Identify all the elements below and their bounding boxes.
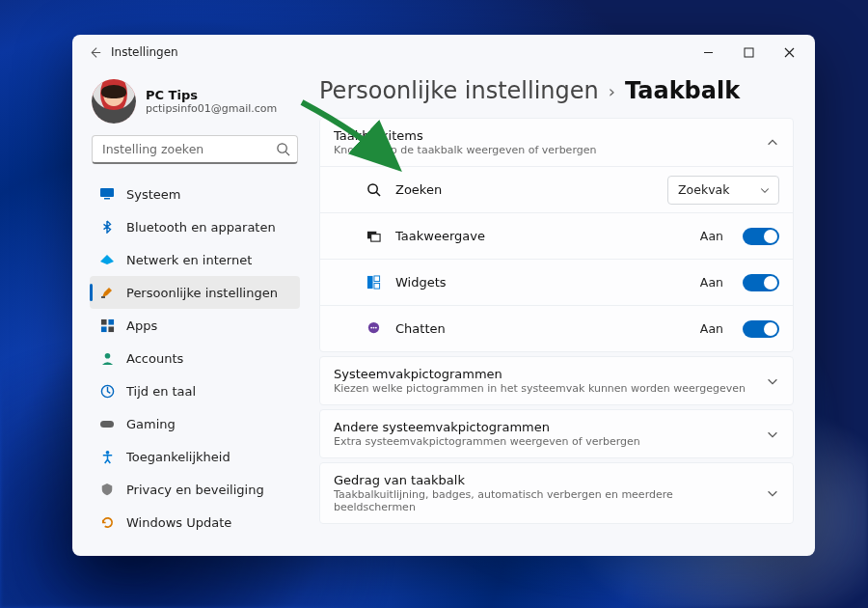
svg-rect-21 bbox=[373, 283, 379, 289]
row-taskview: Taakweergave Aan bbox=[320, 212, 793, 259]
row-label: Zoeken bbox=[395, 182, 654, 197]
svg-point-24 bbox=[372, 327, 374, 329]
section-systray-icons[interactable]: Systeemvakpictogrammen Kiezen welke pict… bbox=[319, 356, 794, 405]
row-widgets: Widgets Aan bbox=[320, 259, 793, 305]
sidebar-item-bluetooth[interactable]: Bluetooth en apparaten bbox=[90, 210, 300, 243]
chevron-down-icon bbox=[766, 374, 779, 388]
svg-point-14 bbox=[105, 450, 109, 454]
section-title: Gedrag van taakbalk bbox=[334, 473, 756, 487]
section-subtitle: Kiezen welke pictogrammen in het systeem… bbox=[334, 382, 746, 395]
row-label: Widgets bbox=[395, 275, 687, 290]
avatar bbox=[92, 79, 136, 124]
breadcrumb: Persoonlijke instellingen › Taakbalk bbox=[319, 77, 794, 104]
window-title: Instellingen bbox=[111, 45, 688, 59]
bluetooth-icon bbox=[99, 219, 115, 235]
account-header[interactable]: PC Tips pctipsinfo01@gmail.com bbox=[92, 79, 298, 124]
svg-rect-18 bbox=[370, 235, 379, 242]
person-icon bbox=[99, 350, 115, 366]
svg-rect-10 bbox=[108, 326, 114, 332]
maximize-icon bbox=[744, 47, 754, 58]
svg-rect-20 bbox=[373, 276, 379, 282]
svg-rect-9 bbox=[100, 326, 106, 332]
sidebar-item-label: Netwerk en internet bbox=[126, 253, 252, 267]
toggle-state: Aan bbox=[700, 275, 723, 290]
toggle-state: Aan bbox=[700, 229, 723, 243]
section-taskbar-items: Taakbalkitems Knoppen op de taakbalk wee… bbox=[319, 118, 794, 352]
toggle-state: Aan bbox=[700, 321, 723, 336]
section-title: Andere systeemvakpictogrammen bbox=[334, 420, 640, 434]
sidebar-item-accessibility[interactable]: Toegankelijkheid bbox=[90, 440, 300, 473]
search-icon bbox=[365, 181, 382, 199]
sidebar-item-system[interactable]: Systeem bbox=[90, 178, 300, 210]
sidebar-item-personalization[interactable]: Persoonlijke instellingen bbox=[90, 276, 300, 309]
update-icon bbox=[99, 514, 115, 530]
search-input[interactable] bbox=[92, 135, 298, 164]
sidebar-item-label: Systeem bbox=[126, 187, 180, 202]
svg-rect-13 bbox=[100, 421, 114, 428]
svg-point-11 bbox=[104, 352, 110, 358]
monitor-icon bbox=[99, 186, 115, 202]
section-title: Taakbalkitems bbox=[334, 128, 596, 143]
svg-line-16 bbox=[376, 192, 380, 196]
svg-rect-19 bbox=[366, 276, 372, 289]
svg-rect-6 bbox=[101, 296, 105, 298]
breadcrumb-parent[interactable]: Persoonlijke instellingen bbox=[319, 77, 599, 104]
row-search: Zoeken Zoekvak bbox=[320, 166, 793, 212]
sidebar-item-accounts[interactable]: Accounts bbox=[90, 342, 300, 374]
section-header[interactable]: Taakbalkitems Knoppen op de taakbalk wee… bbox=[320, 119, 793, 166]
section-subtitle: Taakbalkuitlijning, badges, automatisch … bbox=[334, 488, 756, 513]
sidebar-item-gaming[interactable]: Gaming bbox=[90, 407, 300, 440]
row-label: Chatten bbox=[395, 321, 687, 336]
back-button[interactable] bbox=[84, 41, 105, 63]
maximize-button[interactable] bbox=[728, 38, 769, 67]
chevron-down-icon bbox=[759, 184, 771, 196]
svg-rect-1 bbox=[745, 48, 753, 57]
sidebar-item-apps[interactable]: Apps bbox=[90, 309, 300, 342]
svg-rect-7 bbox=[100, 318, 106, 324]
svg-point-15 bbox=[367, 184, 376, 193]
section-subtitle: Knoppen op de taakbalk weergeven of verb… bbox=[334, 144, 596, 156]
sidebar-item-privacy[interactable]: Privacy en beveiliging bbox=[90, 473, 300, 506]
sidebar-item-windows-update[interactable]: Windows Update bbox=[90, 506, 300, 539]
close-icon bbox=[784, 47, 795, 58]
page-title: Taakbalk bbox=[625, 77, 740, 104]
taskview-icon bbox=[365, 228, 382, 245]
nav-list: Systeem Bluetooth en apparaten Netwerk e… bbox=[90, 178, 300, 539]
search-box bbox=[92, 135, 298, 164]
paintbrush-icon bbox=[99, 285, 115, 300]
section-title: Systeemvakpictogrammen bbox=[334, 367, 746, 381]
chat-toggle[interactable] bbox=[743, 320, 779, 338]
row-chat: Chatten Aan bbox=[320, 305, 793, 351]
globe-clock-icon bbox=[99, 383, 115, 399]
search-mode-select[interactable]: Zoekvak bbox=[667, 176, 779, 205]
widgets-toggle[interactable] bbox=[743, 274, 779, 291]
chevron-down-icon bbox=[766, 486, 779, 500]
close-button[interactable] bbox=[769, 38, 809, 67]
sidebar-item-label: Accounts bbox=[126, 351, 183, 366]
apps-icon bbox=[99, 318, 115, 333]
svg-point-2 bbox=[278, 144, 286, 152]
accessibility-icon bbox=[99, 449, 115, 464]
svg-rect-5 bbox=[104, 198, 110, 200]
row-label: Taakweergave bbox=[395, 229, 687, 243]
sidebar-item-label: Apps bbox=[126, 318, 157, 333]
sidebar-item-network[interactable]: Netwerk en internet bbox=[90, 243, 300, 276]
sidebar-item-label: Toegankelijkheid bbox=[126, 450, 231, 464]
chat-icon bbox=[365, 320, 382, 338]
minimize-icon bbox=[703, 47, 714, 58]
taskview-toggle[interactable] bbox=[743, 228, 779, 245]
sidebar-item-time-language[interactable]: Tijd en taal bbox=[90, 374, 300, 407]
minimize-button[interactable] bbox=[688, 38, 728, 67]
section-other-systray-icons[interactable]: Andere systeemvakpictogrammen Extra syst… bbox=[319, 409, 794, 458]
main-panel: Persoonlijke instellingen › Taakbalk Taa… bbox=[310, 69, 815, 556]
sidebar-item-label: Privacy en beveiliging bbox=[126, 483, 264, 497]
select-value: Zoekvak bbox=[678, 182, 729, 197]
sidebar-item-label: Bluetooth en apparaten bbox=[126, 220, 276, 235]
section-subtitle: Extra systeemvakpictogrammen weergeven o… bbox=[334, 435, 640, 448]
wifi-icon bbox=[99, 252, 115, 267]
profile-email: pctipsinfo01@gmail.com bbox=[146, 102, 277, 115]
section-taskbar-behavior[interactable]: Gedrag van taakbalk Taakbalkuitlijning, … bbox=[319, 462, 794, 524]
sidebar: PC Tips pctipsinfo01@gmail.com Systeem B… bbox=[72, 69, 310, 556]
svg-point-23 bbox=[370, 327, 372, 329]
search-icon bbox=[276, 142, 290, 156]
